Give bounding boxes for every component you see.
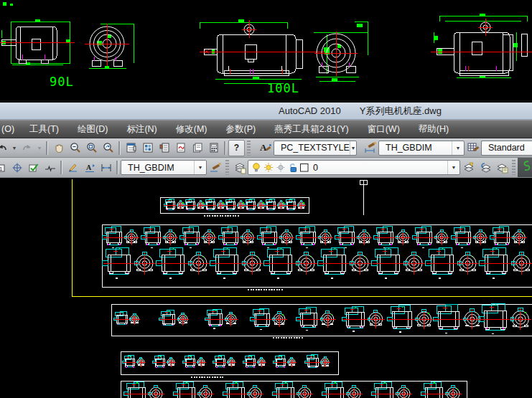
drawing-entity — [342, 273, 343, 274]
dim-style-icon[interactable] — [362, 140, 378, 156]
drawing-entity — [416, 228, 426, 234]
dim-style-combo[interactable]: TH_GBDIM ▼ — [378, 141, 465, 156]
table-style-combo[interactable]: Standard — [481, 141, 532, 156]
drawing-entity — [193, 366, 195, 368]
drawing-entity — [502, 227, 503, 229]
drawing-entity — [308, 227, 309, 229]
menu-tools[interactable]: 工具(T) — [20, 120, 68, 138]
dimension-update-icon[interactable] — [98, 159, 114, 176]
sheet-set-manager-icon[interactable] — [189, 140, 205, 156]
cad-preview-area[interactable]: 90L — [0, 0, 532, 100]
drawing-entity — [228, 365, 230, 366]
markup-set-manager-icon[interactable] — [172, 140, 189, 156]
drawing-entity — [291, 199, 292, 201]
caption-mark — [209, 215, 210, 217]
layer-unlock-icon[interactable] — [288, 162, 298, 173]
drawing-entity — [223, 202, 224, 204]
menu-modify[interactable]: 修改(M) — [167, 120, 217, 138]
pan-icon[interactable] — [50, 140, 67, 156]
drawing-entity — [203, 359, 205, 361]
drawing-canvas[interactable] — [0, 178, 532, 398]
make-object-layer-current-icon[interactable] — [460, 159, 477, 176]
table-style-icon[interactable] — [465, 140, 481, 156]
drawing-entity — [379, 273, 381, 274]
menu-dimension[interactable]: 标注(N) — [117, 120, 166, 138]
layer-thaw-sun-icon[interactable] — [263, 162, 274, 173]
drawing-entity — [275, 383, 287, 389]
drawing-entity — [198, 207, 200, 208]
dim-style-combo-arrow[interactable]: ▼ — [452, 141, 464, 155]
dim-style-combo-2-arrow[interactable]: ▼ — [194, 161, 206, 174]
text-style-combo-arrow[interactable]: ▼ — [350, 141, 356, 155]
toolbar-grip[interactable] — [512, 160, 515, 175]
toolbar-grip[interactable] — [247, 141, 251, 156]
drawing-entity — [309, 367, 310, 369]
drawing-entity — [287, 209, 289, 211]
dimension-inspect-icon[interactable] — [25, 159, 42, 176]
drawing-entity — [461, 247, 463, 249]
drawing-entity — [233, 359, 235, 361]
caption-mark — [266, 289, 267, 290]
drawing-entity — [173, 359, 174, 361]
menu-help[interactable]: 帮助(H) — [409, 120, 458, 138]
drawing-entity — [428, 313, 429, 314]
jogged-linear-icon[interactable] — [42, 159, 58, 176]
zoom-previous-icon[interactable] — [100, 140, 116, 156]
drawing-entity — [320, 242, 322, 242]
zoom-window-icon[interactable] — [83, 140, 100, 156]
caption-mark — [233, 215, 234, 217]
menu-format-partial[interactable]: (O) — [0, 120, 20, 138]
layer-viewport-freeze-icon[interactable] — [276, 162, 286, 173]
properties-palette-icon[interactable] — [123, 140, 139, 156]
caption-mark — [235, 215, 236, 217]
drawing-entity — [437, 242, 439, 242]
drawing-entity — [214, 209, 215, 211]
drawing-entity — [525, 312, 526, 313]
menu-parametric[interactable]: 参数(P) — [217, 120, 266, 138]
dimension-edit-icon[interactable] — [65, 159, 81, 176]
match-properties-icon[interactable] — [521, 160, 532, 175]
drawing-entity — [116, 278, 118, 279]
menu-window[interactable]: 窗口(W) — [358, 120, 409, 138]
layer-on-bulb-icon[interactable] — [251, 162, 261, 173]
tool-palettes-icon[interactable] — [156, 140, 172, 156]
drawing-entity — [440, 328, 442, 329]
drawing-entity — [110, 273, 111, 274]
quickcalc-icon[interactable] — [205, 140, 222, 156]
dim-style-combo-2[interactable]: TH_GBDIM ▼ — [121, 160, 207, 175]
layer-states-manager-icon[interactable] — [493, 159, 510, 176]
drawing-entity — [193, 209, 195, 209]
text-style-icon[interactable]: A — [257, 140, 274, 156]
undo-dropdown-icon[interactable]: ▼ — [10, 140, 19, 156]
menu-draw[interactable]: 绘图(D) — [68, 120, 117, 138]
help-button[interactable]: ? — [228, 140, 245, 156]
redo-dropdown-icon[interactable]: ▼ — [35, 140, 44, 156]
drawing-entity — [167, 209, 168, 211]
zoom-realtime-icon[interactable] — [67, 140, 83, 156]
layer-color-swatch[interactable] — [300, 164, 309, 172]
dimension-text-edit-icon[interactable]: A — [81, 159, 98, 176]
drawing-entity — [454, 228, 465, 234]
undo-icon[interactable] — [0, 140, 10, 156]
redo-icon[interactable] — [19, 140, 35, 156]
menu-yanxiu-toolbox[interactable]: 燕秀工具箱2.81(Y) — [265, 120, 358, 138]
drawing-entity — [424, 383, 436, 389]
drawing-entity — [186, 366, 187, 366]
drawing-entity — [158, 244, 159, 245]
drawing-entity — [246, 366, 248, 366]
layer-combo[interactable]: 0 ▼ — [248, 160, 460, 175]
layer-combo-arrow[interactable]: ▼ — [447, 161, 459, 174]
caption-mark — [222, 376, 223, 378]
toolbar-grip[interactable] — [225, 160, 229, 175]
text-style-combo[interactable]: PC_TEXTSTYLE ▼ — [274, 141, 357, 156]
drawing-entity — [468, 244, 470, 245]
center-mark-icon[interactable] — [9, 159, 25, 176]
quick-dimension-icon[interactable]: 1 — [0, 159, 9, 176]
dim-style-brush-icon[interactable] — [207, 159, 223, 176]
designcenter-icon[interactable] — [139, 140, 156, 156]
drawing-entity — [138, 365, 139, 366]
drawing-entity — [223, 278, 225, 279]
layer-previous-icon[interactable] — [477, 159, 493, 176]
layer-properties-icon[interactable] — [231, 159, 248, 176]
titlebar[interactable]: AutoCAD 2010 Y系列电机机座.dwg — [0, 103, 532, 120]
